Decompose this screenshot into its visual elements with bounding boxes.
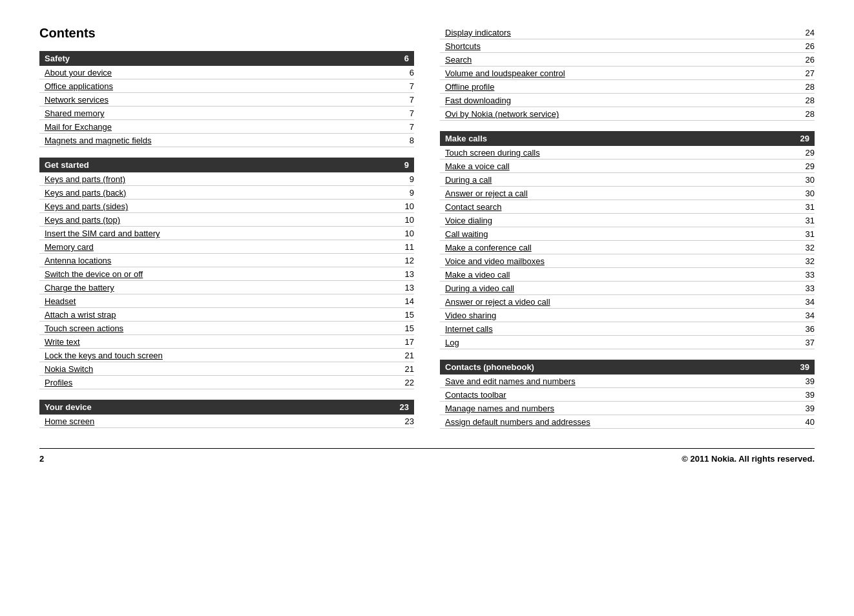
toc-item-page: 15: [395, 323, 414, 333]
toc-item-label: Insert the SIM card and battery: [45, 229, 395, 238]
toc-item[interactable]: Attach a wrist strap15: [39, 308, 414, 322]
toc-item[interactable]: Office applications7: [39, 79, 414, 93]
section-gap: [39, 389, 414, 400]
toc-item[interactable]: Lock the keys and touch screen21: [39, 349, 414, 362]
toc-item[interactable]: Profiles22: [39, 376, 414, 389]
toc-item-page: 34: [795, 297, 815, 307]
section-header: Safety6: [39, 51, 414, 66]
toc-item-page: 17: [395, 337, 414, 347]
toc-item[interactable]: Volume and loudspeaker control27: [440, 67, 815, 80]
toc-item[interactable]: Search26: [440, 53, 815, 67]
right-column: Display indicators24Shortcuts26Search26V…: [440, 26, 815, 429]
toc-item-label: Voice dialing: [445, 216, 795, 225]
toc-item-page: 28: [795, 82, 815, 92]
toc-item-page: 28: [795, 109, 815, 119]
toc-item[interactable]: During a video call33: [440, 282, 815, 295]
toc-item-label: Make a voice call: [445, 161, 795, 171]
toc-item[interactable]: Save and edit names and numbers39: [440, 375, 815, 388]
section-header-label: Contacts (phonebook): [445, 362, 534, 372]
toc-item[interactable]: Video sharing34: [440, 309, 815, 322]
toc-item[interactable]: Antenna locations12: [39, 254, 414, 267]
toc-item[interactable]: Memory card11: [39, 240, 414, 254]
toc-item[interactable]: Nokia Switch21: [39, 362, 414, 376]
toc-item-label: Volume and loudspeaker control: [445, 68, 795, 78]
toc-item[interactable]: Fast downloading28: [440, 94, 815, 107]
toc-item[interactable]: Write text17: [39, 335, 414, 349]
toc-item-page: 13: [395, 283, 414, 293]
toc-item-label: Voice and video mailboxes: [445, 256, 795, 266]
toc-item-page: 24: [795, 28, 815, 37]
toc-item-label: Touch screen actions: [45, 323, 395, 333]
toc-item[interactable]: Contacts toolbar39: [440, 388, 815, 402]
toc-item[interactable]: Charge the battery13: [39, 281, 414, 294]
toc-item[interactable]: Switch the device on or off13: [39, 267, 414, 281]
toc-item[interactable]: Keys and parts (top)10: [39, 213, 414, 227]
toc-item[interactable]: Mail for Exchange7: [39, 120, 414, 134]
toc-item-label: Keys and parts (back): [45, 188, 395, 198]
toc-item-label: Offline profile: [445, 82, 795, 92]
toc-item-page: 22: [395, 378, 414, 387]
toc-item[interactable]: Magnets and magnetic fields8: [39, 134, 414, 147]
toc-item[interactable]: Call waiting31: [440, 227, 815, 241]
toc-item-label: Memory card: [45, 242, 395, 252]
section-header: Get started9: [39, 158, 414, 172]
toc-item[interactable]: Contact search31: [440, 200, 815, 214]
toc-item-page: 32: [795, 256, 815, 266]
toc-item-page: 21: [395, 351, 414, 360]
toc-item[interactable]: About your device6: [39, 66, 414, 79]
toc-item[interactable]: Log37: [440, 336, 815, 349]
toc-item-page: 7: [395, 122, 414, 132]
toc-item[interactable]: Insert the SIM card and battery10: [39, 227, 414, 240]
section-header-page: 29: [800, 134, 809, 143]
toc-item-page: 9: [395, 174, 414, 184]
toc-item-page: 30: [795, 175, 815, 185]
toc-item[interactable]: Answer or reject a call30: [440, 187, 815, 200]
toc-item[interactable]: Touch screen during calls29: [440, 146, 815, 159]
toc-item-label: Contact search: [445, 202, 795, 212]
toc-item[interactable]: Keys and parts (front)9: [39, 172, 414, 186]
toc-item-label: About your device: [45, 68, 395, 77]
section-header-label: Make calls: [445, 134, 487, 143]
toc-item[interactable]: Assign default numbers and addresses40: [440, 415, 815, 429]
toc-item[interactable]: Make a conference call32: [440, 241, 815, 254]
toc-item-page: 28: [795, 96, 815, 105]
section-header-page: 23: [400, 402, 409, 412]
section-header-page: 9: [404, 160, 409, 170]
section-header-page: 6: [404, 54, 409, 63]
toc-item-label: Make a conference call: [445, 243, 795, 252]
toc-item[interactable]: Answer or reject a video call34: [440, 295, 815, 309]
toc-item-label: Answer or reject a video call: [445, 297, 795, 307]
toc-item[interactable]: Shared memory7: [39, 107, 414, 120]
toc-item-label: Assign default numbers and addresses: [445, 417, 795, 427]
toc-item[interactable]: Keys and parts (back)9: [39, 186, 414, 200]
toc-item-page: 39: [795, 390, 815, 400]
toc-item[interactable]: Network services7: [39, 93, 414, 107]
toc-item-page: 10: [395, 201, 414, 211]
toc-item[interactable]: Internet calls36: [440, 322, 815, 336]
toc-item[interactable]: Make a video call33: [440, 268, 815, 282]
toc-item[interactable]: Headset14: [39, 294, 414, 308]
toc-item[interactable]: Voice dialing31: [440, 214, 815, 227]
toc-item-page: 36: [795, 324, 815, 334]
toc-item[interactable]: During a call30: [440, 173, 815, 187]
toc-item[interactable]: Voice and video mailboxes32: [440, 254, 815, 268]
toc-item[interactable]: Make a voice call29: [440, 159, 815, 173]
toc-item-label: Profiles: [45, 378, 395, 387]
toc-item-label: Headset: [45, 296, 395, 306]
toc-item[interactable]: Offline profile28: [440, 80, 815, 94]
toc-item-page: 10: [395, 229, 414, 238]
toc-item[interactable]: Shortcuts26: [440, 39, 815, 53]
section-header: Make calls29: [440, 131, 815, 146]
toc-item-page: 40: [795, 417, 815, 427]
toc-item-label: Video sharing: [445, 311, 795, 320]
toc-item[interactable]: Manage names and numbers39: [440, 402, 815, 415]
toc-item[interactable]: Keys and parts (sides)10: [39, 200, 414, 213]
toc-item-label: Make a video call: [445, 270, 795, 280]
toc-item-label: Home screen: [45, 416, 395, 426]
toc-item[interactable]: Display indicators24: [440, 26, 815, 39]
toc-item[interactable]: Touch screen actions15: [39, 322, 414, 335]
toc-item[interactable]: Home screen23: [39, 415, 414, 428]
toc-item[interactable]: Ovi by Nokia (network service)28: [440, 107, 815, 121]
toc-item-label: Answer or reject a call: [445, 189, 795, 198]
toc-item-page: 33: [795, 270, 815, 280]
